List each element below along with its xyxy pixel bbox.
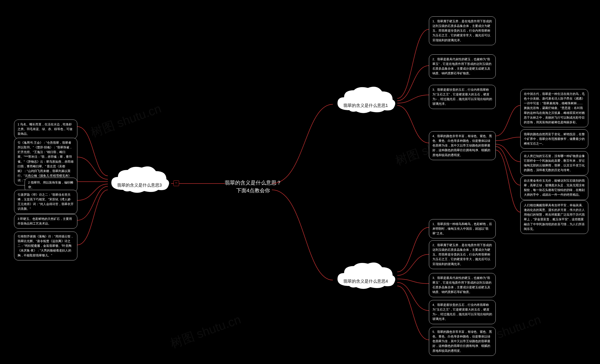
leaf-node[interactable]: 1、翡翠原指一种雄鸟和雌鸟，色彩鲜艳，后来明朝时，缅甸玉传入中国后，就冠以"翡翠… bbox=[429, 219, 496, 238]
root-line1: 翡翠的含义是什么意思？ bbox=[225, 180, 281, 186]
leaf-node[interactable]: 4、翡翠是最珍贵的玉石，行业内将翡翠称为"玉石之王"，它是硬度最大的玉石，硬度为… bbox=[429, 300, 496, 324]
leaf-node[interactable]: 4、翡翠的颜色非常丰富，有绿色、紫色、黑色、黄色、白色等多种颜色，但是整体以绿色… bbox=[429, 131, 496, 160]
branch-1-label: 翡翠的含义是什么意思1 bbox=[333, 103, 398, 108]
watermark: 树图 shutu.cn bbox=[168, 311, 243, 352]
branch-3-node[interactable]: 翡翠的含义是什么意思3 bbox=[107, 164, 172, 197]
leaf-node[interactable]: 人们相信佩戴翡翠具有吉祥平安，幸福美满、逢凶化吉的寓意。漫长的岁月里，伟大的古人… bbox=[520, 200, 588, 234]
leaf-node[interactable]: 1 鸟名。嘴长而直，生活在水边，吃鱼虾之类。羽毛有蓝、绿、赤、棕等色，可做装饰品… bbox=[14, 120, 77, 139]
leaf-node[interactable]: 5、翡翠的颜色非常丰富，有绿色、紫色、黑色、黄色、白色等多种颜色，但是整体以绿色… bbox=[429, 327, 496, 356]
watermark: 树图 shutu.cn bbox=[89, 100, 164, 141]
leaf-node[interactable]: 2、翡翠属于硬玉类，是在地质作用下形成的达到玉级的石质多晶集合体，主要成分为硬玉… bbox=[429, 240, 496, 269]
leaf-node[interactable]: 3 即硬玉。色彩鲜艳的天然矿石，主要用作装饰品和工艺美术品。 bbox=[14, 214, 77, 229]
leaf-node[interactable]: 3、翡翠是最珍贵的玉石，行业内将翡翠称为"玉石之王"，它是硬度最大的玉石，硬度为… bbox=[429, 85, 496, 109]
leaf-node[interactable]: 1、翡翠属于硬玉类，是在地质作用下形成的达到玉级的石质多晶集合体，主要成分为硬玉… bbox=[429, 16, 496, 45]
branch-4-label: 翡翠的含义是什么意思4 bbox=[333, 279, 398, 284]
leaf-node[interactable]: 在人类已知的宝石里，没有哪一种矿物质会像它那样令一个民族如此喜爱，数百年来，穿过… bbox=[520, 151, 588, 175]
branch-4-node[interactable]: 翡翠的含义是什么意思4 bbox=[333, 260, 398, 293]
branch-3-label: 翡翠的含义是什么意思3 bbox=[107, 182, 172, 188]
leaf-node[interactable]: 引南朝齐谢朓《落梅》诗："用持插云髻，翡翠比光辉。"唐令狐楚《远别离》诗之二："… bbox=[14, 232, 77, 261]
leaf-node[interactable]: 3、翡翠是最具代表性的硬玉，也被称为"翡翠玉"，它是在地质作用下形成的达到玉级的… bbox=[429, 273, 496, 297]
connector-lines bbox=[0, 0, 600, 364]
leaf-node[interactable]: 在中国古代，翡翠是一种生活在南方的鸟，毛色十分美丽。唐代著名诗人陈子昂在《感遇》… bbox=[520, 89, 588, 127]
leaf-node[interactable]: 引唐罗隐《帘》诗之二："翡翠佳名世共稀，玉堂高下巧相宜。"宋苏轼《殢人娇·王元侬… bbox=[14, 190, 77, 214]
leaf-node[interactable]: 翡翠的颜色自然而富于变化，鲜艳悦目，在整个矿界中，翡翠分布范围最狭窄，储量最少的… bbox=[520, 129, 588, 149]
root-node[interactable]: 翡翠的含义是什么意思？ 下面4点教会你 bbox=[223, 179, 284, 194]
branch-1-node[interactable]: 翡翠的含义是什么意思1 bbox=[333, 84, 398, 117]
leaf-node[interactable]: 2、翡翠是最具代表性的硬玉，也被称为"翡翠玉"，它是在地质作用下形成的达到玉级的… bbox=[429, 54, 496, 78]
leaf-node[interactable]: 自古黄金有价玉无价，能够达到宝石级别的翡翠，高翠正绿，玻璃底水头足，完美无瑕没有… bbox=[520, 176, 588, 200]
root-line2: 下面4点教会你 bbox=[236, 187, 270, 193]
collapse-toggle[interactable]: − bbox=[173, 180, 179, 186]
